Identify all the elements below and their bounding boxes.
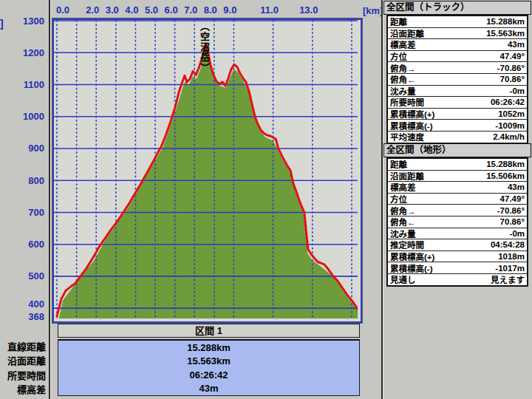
stat-label: 累積標高(-) [390, 120, 433, 132]
stat-value: 15.288km [486, 160, 525, 168]
stat-row: 累積標高(-)-1017m [388, 262, 527, 274]
stat-row: 俯角←70.86° [388, 216, 527, 228]
stat-row: 俯角←70.86° [388, 74, 527, 86]
stat-value: -0m [510, 86, 525, 95]
stat-value: -1017m [495, 264, 525, 273]
y-tick-label: 900 [10, 143, 44, 153]
x-tick-label: 2.0 [86, 5, 99, 15]
stat-label: 方位 [390, 50, 407, 62]
stat-value: -70.86° [497, 64, 525, 72]
panel-terrain-table: 距離15.288km沿面距離15.506km標高差43m方位47.49°俯角→-… [386, 157, 528, 287]
x-tick-label: 11.0 [260, 5, 279, 15]
y-tick-label: 1000 [10, 112, 44, 121]
x-tick-label: 4.0 [125, 5, 138, 15]
elevation-profile-chart[interactable]: （空沼岳） [52, 18, 362, 323]
y-tick-label: 1300 [10, 16, 44, 26]
x-tick-label: 13.0 [299, 5, 318, 15]
stat-label: 標高差 [390, 38, 416, 50]
stat-label: 距離 [390, 16, 407, 27]
stat-row: 距離15.288km [388, 16, 527, 28]
y-tick-label: 400 [10, 299, 44, 309]
pane-splitter-left[interactable] [49, 0, 50, 399]
stat-value: -1009m [495, 121, 525, 130]
elevation-graph-window: ] 1300120011001000900800700600500400368 … [0, 0, 532, 399]
section-label: 所要時間 [0, 368, 46, 382]
y-tick-label: 1100 [10, 80, 44, 89]
y-tick-label: 700 [10, 208, 44, 217]
stat-row: 平均速度2.4km/h [388, 132, 527, 143]
section-value: 15.563km [58, 355, 359, 369]
stat-label: 平均速度 [390, 131, 424, 143]
stat-value: 43m [508, 183, 525, 191]
stat-label: 累積標高(+) [390, 250, 434, 262]
stat-label: 所要時間 [390, 96, 424, 108]
stat-row: 標高差43m [388, 39, 527, 51]
x-tick-label: 3.0 [106, 5, 119, 15]
stat-value: 04:54:28 [491, 240, 525, 249]
y-axis-unit-fragment: ] [0, 18, 4, 30]
stat-value: -0m [510, 229, 525, 238]
stat-value: 1052m [498, 109, 525, 118]
section-row-labels: 直線距離沿面距離所要時間標高差 [0, 339, 46, 396]
stat-value: 見えます [491, 273, 525, 285]
stat-row: 標高差43m [388, 182, 527, 194]
stat-row: 沈み量-0m [388, 228, 527, 240]
section-label: 沿面距離 [0, 353, 46, 367]
section-label: 直線距離 [0, 339, 46, 353]
peak-annotation: （空沼岳） [200, 21, 209, 73]
stat-value: 15.288km [486, 17, 525, 26]
stat-label: 沈み量 [390, 228, 416, 239]
stat-row: 沈み量-0m [388, 86, 527, 98]
stat-row: 方位47.49° [388, 194, 527, 205]
y-tick-label: 800 [10, 176, 44, 185]
stat-label: 累積標高(+) [390, 108, 434, 120]
stat-row: 方位47.49° [388, 51, 527, 63]
panel-terrain-header: 全区間（地形） [383, 143, 531, 157]
stat-row: 所要時間06:26:42 [388, 97, 527, 109]
y-tick-label: 368 [10, 312, 44, 321]
stat-value: 06:26:42 [491, 98, 525, 106]
x-axis-unit-label: [km] [363, 5, 383, 16]
x-tick-label: 6.0 [165, 5, 178, 15]
stat-label: 沈み量 [390, 85, 416, 97]
stat-value: 2.4km/h [493, 132, 525, 141]
stat-label: 俯角← [390, 216, 416, 228]
stat-label: 見通し [390, 273, 416, 285]
stat-row: 累積標高(+)1052m [388, 109, 527, 120]
stat-label: 方位 [390, 193, 407, 205]
section-value-table: 15.288km15.563km06:26:4243m [58, 339, 360, 396]
stat-row: 推定時間04:54:28 [388, 239, 527, 251]
section-value: 15.288km [58, 341, 359, 355]
section-value: 43m [58, 382, 359, 396]
x-tick-label: 5.0 [145, 5, 158, 15]
stat-label: 俯角→ [390, 62, 416, 74]
section-title: 区間 1 [195, 325, 222, 336]
stat-label: 標高差 [390, 181, 416, 193]
stat-label: 俯角← [390, 73, 416, 85]
y-tick-label: 1200 [10, 48, 44, 58]
stat-label: 累積標高(-) [390, 262, 433, 274]
section-table-header: 区間 1 [58, 324, 360, 338]
panel-track-header: 全区間（トラック） [383, 1, 531, 15]
section-value: 06:26:42 [58, 368, 359, 382]
stat-label: 俯角→ [390, 205, 416, 216]
y-tick-label: 500 [10, 271, 44, 281]
stat-value: 43m [508, 40, 525, 49]
stat-row: 沿面距離15.563km [388, 28, 527, 40]
y-tick-label: 600 [10, 239, 44, 249]
stat-value: 15.563km [486, 29, 525, 38]
stat-value: 1018m [498, 252, 525, 261]
stat-row: 距離15.288km [388, 159, 527, 171]
stat-value: 70.86° [500, 217, 525, 226]
stat-label: 距離 [390, 158, 407, 170]
pane-splitter-right[interactable] [381, 0, 383, 399]
stat-label: 沿面距離 [390, 170, 424, 182]
stat-value: -70.86° [497, 206, 525, 215]
stat-value: 47.49° [500, 52, 525, 61]
x-tick-label: 0.0 [56, 5, 69, 15]
x-tick-label: 7.0 [184, 5, 197, 15]
stat-row: 累積標高(+)1018m [388, 251, 527, 263]
stat-row: 沿面距離15.506km [388, 171, 527, 183]
stat-value: 70.86° [500, 75, 525, 83]
section-label: 標高差 [0, 382, 46, 396]
